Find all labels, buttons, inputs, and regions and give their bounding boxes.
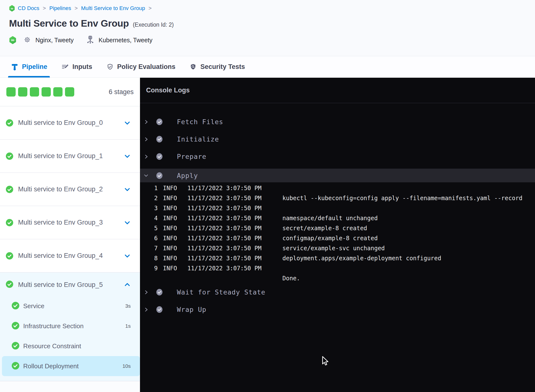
log-line: 8 INFO 11/17/2022 3:07:50 PM deployment.… bbox=[140, 253, 535, 263]
expanded-stage: Multi service to Env Group_5 Service 3s bbox=[0, 272, 140, 381]
stage-success-square bbox=[65, 87, 74, 97]
tab-pipeline[interactable]: Pipeline bbox=[11, 56, 47, 77]
stage-row[interactable]: Multi service to Env Group_4 bbox=[0, 239, 140, 272]
stage-row[interactable]: Multi service to Env Group_3 bbox=[0, 206, 140, 239]
chevron-down-icon[interactable] bbox=[124, 252, 131, 259]
chevron-right-icon[interactable] bbox=[143, 137, 149, 142]
log-lines: 1 INFO 11/17/2022 3:07:50 PM 2 INFO 11/1… bbox=[140, 182, 535, 283]
step-list: Service 3s Infrastructure Section 1s bbox=[0, 296, 140, 376]
breadcrumb: ∞ CD Docs > Pipelines > Multi Service to… bbox=[9, 5, 535, 12]
success-check-icon bbox=[6, 219, 13, 226]
log-message bbox=[282, 183, 535, 193]
console-step-row[interactable]: Prepare bbox=[140, 148, 535, 165]
log-line: 4 INFO 11/17/2022 3:07:50 PM namespace/d… bbox=[140, 213, 535, 223]
breadcrumb-link-pipelines[interactable]: Pipelines bbox=[49, 5, 71, 11]
log-line-number: 4 bbox=[154, 213, 163, 223]
breadcrumb-separator: > bbox=[74, 5, 78, 11]
log-timestamp bbox=[187, 273, 282, 283]
chevron-down-icon[interactable] bbox=[143, 173, 149, 178]
log-message bbox=[282, 203, 535, 213]
log-level: INFO bbox=[163, 243, 187, 253]
tab-inputs[interactable]: Inputs bbox=[62, 56, 92, 77]
stage-row[interactable]: Multi service to Env Group_0 bbox=[0, 106, 140, 140]
log-line: 6 INFO 11/17/2022 3:07:50 PM configmap/e… bbox=[140, 233, 535, 243]
console-header: Console Logs bbox=[140, 78, 535, 103]
stage-label: Multi service to Env Group_5 bbox=[18, 281, 103, 289]
stage-label: Multi service to Env Group_3 bbox=[18, 219, 103, 226]
breadcrumb-separator: > bbox=[148, 5, 152, 11]
stage-success-square bbox=[18, 87, 27, 97]
chevron-down-icon[interactable] bbox=[124, 186, 131, 193]
chevron-up-icon[interactable] bbox=[124, 281, 131, 288]
log-timestamp: 11/17/2022 3:07:50 PM bbox=[187, 253, 282, 263]
chevron-right-icon[interactable] bbox=[143, 290, 149, 295]
tab-policy-evaluations[interactable]: Policy Evaluations bbox=[107, 56, 176, 77]
stage-row[interactable]: Multi service to Env Group_2 bbox=[0, 173, 140, 206]
infrastructure-names: Kubernetes, Tweety bbox=[99, 37, 153, 44]
inputs-icon bbox=[62, 63, 69, 71]
console-body: Fetch Files Initialize bbox=[140, 103, 535, 318]
log-level: INFO bbox=[163, 193, 187, 203]
log-line-number: 5 bbox=[154, 223, 163, 233]
console-step-label: Fetch Files bbox=[177, 118, 223, 126]
tab-label: Pipeline bbox=[22, 63, 47, 71]
pipeline-icon bbox=[11, 63, 18, 71]
chevron-down-icon[interactable] bbox=[124, 219, 131, 226]
stage-row[interactable]: Multi service to Env Group_1 bbox=[0, 140, 140, 173]
console-title: Console Logs bbox=[146, 87, 190, 94]
chevron-right-icon[interactable] bbox=[143, 119, 149, 125]
tab-security-tests[interactable]: Security Tests bbox=[190, 56, 245, 77]
log-level: INFO bbox=[163, 183, 187, 193]
log-line-number: 7 bbox=[154, 243, 163, 253]
success-check-icon bbox=[12, 322, 19, 330]
harness-cd-logo-icon: ∞ bbox=[9, 5, 15, 12]
console-step-row[interactable]: Fetch Files bbox=[140, 113, 535, 131]
kubernetes-infrastructure-icon bbox=[86, 35, 94, 45]
log-timestamp: 11/17/2022 3:07:50 PM bbox=[187, 203, 282, 213]
title-row: Multi Service to Env Group (Execution Id… bbox=[9, 18, 535, 29]
console-step-row-expanded[interactable]: Apply bbox=[140, 169, 535, 182]
mouse-cursor bbox=[321, 356, 330, 366]
security-shield-icon bbox=[190, 63, 197, 71]
chevron-right-icon[interactable] bbox=[143, 154, 149, 159]
service-names: Nginx, Tweety bbox=[35, 37, 74, 44]
log-message: secret/example-8 created bbox=[282, 223, 535, 233]
console-step-row[interactable]: Wrap Up bbox=[140, 301, 535, 318]
tab-label: Inputs bbox=[73, 63, 92, 71]
console-steps-after: Wait for Steady State Wrap Up bbox=[140, 283, 535, 318]
step-label: Resource Constraint bbox=[23, 342, 81, 350]
step-row[interactable]: Service 3s bbox=[0, 296, 140, 316]
success-check-icon bbox=[156, 136, 163, 143]
console-step-row[interactable]: Wait for Steady State bbox=[140, 283, 535, 301]
step-row[interactable]: Infrastructure Section 1s bbox=[0, 316, 140, 336]
log-line-number: 8 bbox=[154, 253, 163, 263]
log-message: deployment.apps/example-deployment confi… bbox=[282, 253, 535, 263]
log-message: Done. bbox=[282, 273, 535, 283]
log-line: 7 INFO 11/17/2022 3:07:50 PM service/exa… bbox=[140, 243, 535, 253]
log-level bbox=[163, 273, 187, 283]
log-line: 3 INFO 11/17/2022 3:07:50 PM bbox=[140, 203, 535, 213]
chevron-right-icon[interactable] bbox=[143, 307, 149, 312]
step-row[interactable]: Rollout Deployment 10s bbox=[2, 356, 140, 376]
log-timestamp: 11/17/2022 3:07:50 PM bbox=[187, 223, 282, 233]
log-line-number: 9 bbox=[154, 263, 163, 273]
success-check-icon bbox=[156, 172, 163, 179]
stage-label: Multi service to Env Group_0 bbox=[18, 119, 103, 127]
log-level: INFO bbox=[163, 253, 187, 263]
log-line: 5 INFO 11/17/2022 3:07:50 PM secret/exam… bbox=[140, 223, 535, 233]
log-line: 1 INFO 11/17/2022 3:07:50 PM bbox=[140, 183, 535, 193]
stage-success-square bbox=[53, 87, 63, 97]
chevron-down-icon[interactable] bbox=[124, 120, 131, 126]
breadcrumb-link-cd-docs[interactable]: CD Docs bbox=[18, 5, 39, 11]
stage-success-square bbox=[42, 87, 51, 97]
console-step-label: Prepare bbox=[177, 153, 206, 160]
log-line: Done. bbox=[140, 273, 535, 283]
console-step-row[interactable]: Initialize bbox=[140, 131, 535, 148]
log-level: INFO bbox=[163, 213, 187, 223]
expanded-stage-header[interactable]: Multi service to Env Group_5 bbox=[0, 277, 140, 293]
chevron-down-icon[interactable] bbox=[124, 153, 131, 160]
breadcrumb-link-pipeline-name[interactable]: Multi Service to Env Group bbox=[81, 5, 145, 11]
stage-success-square bbox=[6, 87, 16, 97]
log-line-number: 1 bbox=[154, 183, 163, 193]
step-row[interactable]: Resource Constraint bbox=[0, 336, 140, 356]
